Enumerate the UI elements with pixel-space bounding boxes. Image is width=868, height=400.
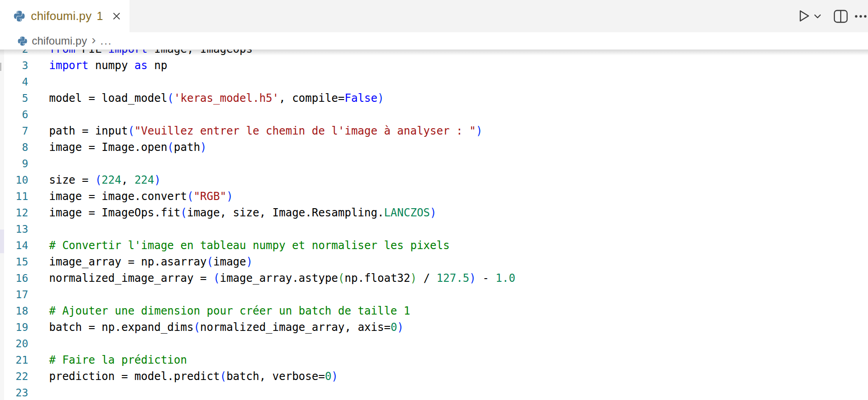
more-actions-button[interactable] [854,14,868,19]
line-number: 9 [0,155,28,172]
code-line-14[interactable]: 14# Convertir l'image en tableau numpy e… [0,237,868,254]
close-icon [111,10,122,22]
code-text: # Faire la prédiction [49,352,187,368]
tab-chifoumi[interactable]: chifoumi.py 1 [0,0,130,32]
code-line-8[interactable]: 8image = Image.open(path) [0,139,868,155]
code-line-4[interactable]: 4 [0,74,868,90]
code-line-22[interactable]: 22prediction = model.predict(batch, verb… [0,368,868,385]
code-line-15[interactable]: 15image_array = np.asarray(image) [0,254,868,270]
code-line-6[interactable]: 6 [0,106,868,123]
ellipsis-icon [854,14,868,19]
tab-title: chifoumi.py [31,9,92,23]
code-line-5[interactable]: 5model = load_model('keras_model.h5', co… [0,90,868,106]
vscode-editor-window: 2from PIL import Image, ImageOps3import … [0,0,868,400]
code-line-17[interactable]: 17 [0,286,868,303]
code-text: normalized_image_array = (image_array.as… [49,270,515,286]
line-number: 3 [0,57,28,74]
line-number: 4 [0,74,28,90]
code-text: import numpy as np [49,57,167,74]
line-number: 5 [0,90,28,106]
code-line-3[interactable]: 3import numpy as np [0,57,868,74]
line-number: 23 [0,385,28,400]
tab-problems-badge: 1 [97,10,103,23]
code-line-16[interactable]: 16normalized_image_array = (image_array.… [0,270,868,286]
code-text: # Convertir l'image en tableau numpy et … [49,237,449,254]
code-line-21[interactable]: 21# Faire la prédiction [0,352,868,368]
breadcrumb-file[interactable]: chifoumi.py [32,35,87,47]
code-text: image = Image.open(path) [49,139,207,155]
code-text: size = (224, 224) [49,172,161,188]
tab-bar: chifoumi.py 1 [0,0,868,32]
close-tab-button[interactable] [111,10,123,22]
line-number: 22 [0,368,28,385]
code-line-10[interactable]: 10size = (224, 224) [0,172,868,188]
python-icon [17,36,28,46]
breadcrumb-symbol-ellipsis[interactable]: ... [100,35,112,47]
line-number: 10 [0,172,28,188]
code-text: batch = np.expand_dims(normalized_image_… [49,319,404,335]
code-line-13[interactable]: 13 [0,221,868,237]
code-text: model = load_model('keras_model.h5', com… [49,90,384,106]
code-line-7[interactable]: 7path = input("Veuillez entrer le chemin… [0,123,868,139]
code-line-20[interactable]: 20 [0,335,868,352]
line-number: 21 [0,352,28,368]
code-line-9[interactable]: 9 [0,155,868,172]
line-number: 14 [0,237,28,254]
python-icon [13,10,25,22]
code-text: image_array = np.asarray(image) [49,254,253,270]
line-number: 13 [0,221,28,237]
line-number: 18 [0,303,28,319]
chevron-down-icon [813,12,823,21]
line-number: 12 [0,205,28,221]
run-icon [796,8,812,24]
line-number: 8 [0,139,28,155]
line-number: 16 [0,270,28,286]
sidebar-selection-sliver [0,230,4,253]
code-text: image = image.convert("RGB") [49,188,233,205]
code-line-23[interactable]: 23 [0,385,868,400]
line-number: 19 [0,319,28,335]
breadcrumb: chifoumi.py › ... [0,32,868,50]
run-button[interactable] [796,8,812,24]
line-number: 6 [0,106,28,123]
line-number: 20 [0,335,28,352]
code-text: path = input("Veuillez entrer le chemin … [49,123,483,139]
sidebar-edge [0,49,4,400]
code-line-12[interactable]: 12image = ImageOps.fit(image, size, Imag… [0,205,868,221]
scroll-shadow [0,50,868,55]
code-text: prediction = model.predict(batch, verbos… [49,368,338,385]
run-dropdown-button[interactable] [813,12,823,21]
code-line-19[interactable]: 19batch = np.expand_dims(normalized_imag… [0,319,868,335]
split-editor-button[interactable] [833,9,848,24]
code-text: image = ImageOps.fit(image, size, Image.… [49,205,437,221]
line-number: 17 [0,286,28,303]
code-line-11[interactable]: 11image = image.convert("RGB") [0,188,868,205]
split-editor-icon [833,9,848,24]
line-number: 11 [0,188,28,205]
breadcrumb-separator-icon: › [91,33,95,47]
line-number: 7 [0,123,28,139]
line-number: 15 [0,254,28,270]
code-editor[interactable]: 2from PIL import Image, ImageOps3import … [0,0,868,400]
sidebar-scrollbar-sliver [0,63,1,71]
code-text: # Ajouter une dimension pour créer un ba… [49,303,410,319]
code-line-18[interactable]: 18# Ajouter une dimension pour créer un … [0,303,868,319]
